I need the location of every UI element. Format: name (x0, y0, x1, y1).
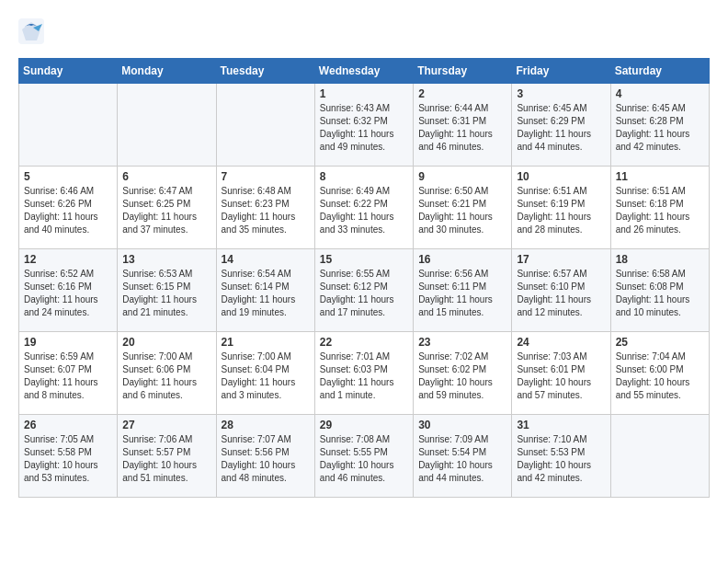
day-number: 28 (222, 419, 310, 431)
weekday-header-tuesday: Tuesday (216, 59, 314, 84)
day-number: 15 (320, 253, 408, 266)
calendar-day-cell: 12Sunrise: 6:52 AM Sunset: 6:16 PM Dayli… (19, 249, 118, 332)
calendar-day-cell: 9Sunrise: 6:50 AM Sunset: 6:21 PM Daylig… (414, 167, 512, 249)
weekday-header-thursday: Thursday (414, 59, 512, 84)
day-number: 2 (418, 87, 506, 100)
calendar-day-cell: 6Sunrise: 6:47 AM Sunset: 6:25 PM Daylig… (118, 167, 216, 249)
calendar-day-cell: 1Sunrise: 6:43 AM Sunset: 6:32 PM Daylig… (314, 84, 413, 167)
day-number: 17 (517, 253, 605, 266)
day-number: 29 (320, 419, 408, 431)
calendar-day-cell: 11Sunrise: 6:51 AM Sunset: 6:18 PM Dayli… (610, 167, 709, 249)
day-number: 23 (418, 336, 506, 349)
calendar-week-row: 5Sunrise: 6:46 AM Sunset: 6:26 PM Daylig… (19, 167, 710, 249)
day-number: 19 (24, 336, 112, 349)
calendar-day-cell: 30Sunrise: 7:09 AM Sunset: 5:54 PM Dayli… (414, 415, 512, 498)
day-number: 26 (24, 419, 112, 431)
calendar-week-row: 26Sunrise: 7:05 AM Sunset: 5:58 PM Dayli… (19, 415, 710, 498)
day-number: 5 (24, 170, 112, 183)
weekday-header-row: SundayMondayTuesdayWednesdayThursdayFrid… (19, 59, 710, 84)
day-info: Sunrise: 6:56 AM Sunset: 6:11 PM Dayligh… (418, 268, 506, 319)
day-number: 4 (616, 87, 704, 100)
calendar-day-cell: 13Sunrise: 6:53 AM Sunset: 6:15 PM Dayli… (118, 249, 216, 332)
day-number: 18 (616, 253, 704, 266)
weekday-header-wednesday: Wednesday (314, 59, 413, 84)
day-info: Sunrise: 7:01 AM Sunset: 6:03 PM Dayligh… (320, 350, 408, 402)
calendar-day-cell: 4Sunrise: 6:45 AM Sunset: 6:28 PM Daylig… (610, 84, 709, 167)
day-number: 31 (517, 419, 605, 431)
day-number: 14 (222, 253, 310, 266)
calendar-day-cell: 25Sunrise: 7:04 AM Sunset: 6:00 PM Dayli… (610, 332, 709, 415)
day-number: 20 (122, 336, 210, 349)
calendar-day-cell: 5Sunrise: 6:46 AM Sunset: 6:26 PM Daylig… (19, 167, 118, 249)
calendar-day-cell: 19Sunrise: 6:59 AM Sunset: 6:07 PM Dayli… (19, 332, 118, 415)
day-info: Sunrise: 7:02 AM Sunset: 6:02 PM Dayligh… (418, 350, 506, 402)
day-info: Sunrise: 7:10 AM Sunset: 5:53 PM Dayligh… (517, 433, 605, 485)
day-number: 25 (616, 336, 704, 349)
day-number: 1 (320, 87, 408, 100)
day-number: 21 (222, 336, 310, 349)
day-number: 30 (418, 419, 506, 431)
day-info: Sunrise: 7:05 AM Sunset: 5:58 PM Dayligh… (24, 433, 112, 485)
calendar-day-cell: 3Sunrise: 6:45 AM Sunset: 6:29 PM Daylig… (512, 84, 610, 167)
day-info: Sunrise: 6:46 AM Sunset: 6:26 PM Dayligh… (24, 185, 112, 236)
calendar-day-cell: 29Sunrise: 7:08 AM Sunset: 5:55 PM Dayli… (314, 415, 413, 498)
calendar-day-cell: 23Sunrise: 7:02 AM Sunset: 6:02 PM Dayli… (414, 332, 512, 415)
day-info: Sunrise: 6:51 AM Sunset: 6:19 PM Dayligh… (517, 185, 605, 236)
day-info: Sunrise: 7:00 AM Sunset: 6:04 PM Dayligh… (222, 350, 310, 402)
calendar-empty-cell (19, 84, 118, 167)
calendar-day-cell: 15Sunrise: 6:55 AM Sunset: 6:12 PM Dayli… (314, 249, 413, 332)
day-number: 12 (24, 253, 112, 266)
day-info: Sunrise: 6:53 AM Sunset: 6:15 PM Dayligh… (122, 268, 210, 319)
calendar-week-row: 12Sunrise: 6:52 AM Sunset: 6:16 PM Dayli… (19, 249, 710, 332)
day-info: Sunrise: 6:59 AM Sunset: 6:07 PM Dayligh… (24, 350, 112, 402)
day-info: Sunrise: 6:49 AM Sunset: 6:22 PM Dayligh… (320, 185, 408, 236)
calendar-week-row: 19Sunrise: 6:59 AM Sunset: 6:07 PM Dayli… (19, 332, 710, 415)
day-number: 3 (517, 87, 605, 100)
day-info: Sunrise: 6:43 AM Sunset: 6:32 PM Dayligh… (320, 102, 408, 154)
day-info: Sunrise: 6:55 AM Sunset: 6:12 PM Dayligh… (320, 268, 408, 319)
day-number: 11 (616, 170, 704, 183)
day-number: 9 (418, 170, 506, 183)
day-info: Sunrise: 7:03 AM Sunset: 6:01 PM Dayligh… (517, 350, 605, 402)
day-number: 24 (517, 336, 605, 349)
day-info: Sunrise: 6:44 AM Sunset: 6:31 PM Dayligh… (418, 102, 506, 154)
calendar-empty-cell (610, 415, 709, 498)
calendar-day-cell: 8Sunrise: 6:49 AM Sunset: 6:22 PM Daylig… (314, 167, 413, 249)
day-info: Sunrise: 7:06 AM Sunset: 5:57 PM Dayligh… (122, 433, 210, 485)
day-number: 8 (320, 170, 408, 183)
logo-icon (18, 18, 44, 44)
calendar-day-cell: 21Sunrise: 7:00 AM Sunset: 6:04 PM Dayli… (216, 332, 314, 415)
day-info: Sunrise: 6:51 AM Sunset: 6:18 PM Dayligh… (616, 185, 704, 236)
day-info: Sunrise: 7:08 AM Sunset: 5:55 PM Dayligh… (320, 433, 408, 485)
calendar-day-cell: 7Sunrise: 6:48 AM Sunset: 6:23 PM Daylig… (216, 167, 314, 249)
weekday-header-friday: Friday (512, 59, 610, 84)
day-number: 27 (122, 419, 210, 431)
day-info: Sunrise: 6:47 AM Sunset: 6:25 PM Dayligh… (122, 185, 210, 236)
logo (18, 18, 46, 44)
calendar-day-cell: 20Sunrise: 7:00 AM Sunset: 6:06 PM Dayli… (118, 332, 216, 415)
day-info: Sunrise: 7:00 AM Sunset: 6:06 PM Dayligh… (122, 350, 210, 402)
calendar-day-cell: 27Sunrise: 7:06 AM Sunset: 5:57 PM Dayli… (118, 415, 216, 498)
calendar-day-cell: 10Sunrise: 6:51 AM Sunset: 6:19 PM Dayli… (512, 167, 610, 249)
day-number: 10 (517, 170, 605, 183)
calendar-day-cell: 17Sunrise: 6:57 AM Sunset: 6:10 PM Dayli… (512, 249, 610, 332)
page-header (18, 18, 710, 44)
weekday-header-sunday: Sunday (19, 59, 118, 84)
calendar-day-cell: 26Sunrise: 7:05 AM Sunset: 5:58 PM Dayli… (19, 415, 118, 498)
calendar-day-cell: 14Sunrise: 6:54 AM Sunset: 6:14 PM Dayli… (216, 249, 314, 332)
calendar-day-cell: 24Sunrise: 7:03 AM Sunset: 6:01 PM Dayli… (512, 332, 610, 415)
day-info: Sunrise: 6:48 AM Sunset: 6:23 PM Dayligh… (222, 185, 310, 236)
day-number: 13 (122, 253, 210, 266)
calendar-day-cell: 2Sunrise: 6:44 AM Sunset: 6:31 PM Daylig… (414, 84, 512, 167)
calendar-day-cell: 16Sunrise: 6:56 AM Sunset: 6:11 PM Dayli… (414, 249, 512, 332)
day-info: Sunrise: 6:54 AM Sunset: 6:14 PM Dayligh… (222, 268, 310, 319)
calendar-empty-cell (118, 84, 216, 167)
calendar-day-cell: 18Sunrise: 6:58 AM Sunset: 6:08 PM Dayli… (610, 249, 709, 332)
day-number: 16 (418, 253, 506, 266)
calendar-day-cell: 28Sunrise: 7:07 AM Sunset: 5:56 PM Dayli… (216, 415, 314, 498)
day-info: Sunrise: 7:04 AM Sunset: 6:00 PM Dayligh… (616, 350, 704, 402)
day-number: 6 (122, 170, 210, 183)
day-info: Sunrise: 6:50 AM Sunset: 6:21 PM Dayligh… (418, 185, 506, 236)
calendar-day-cell: 31Sunrise: 7:10 AM Sunset: 5:53 PM Dayli… (512, 415, 610, 498)
calendar-week-row: 1Sunrise: 6:43 AM Sunset: 6:32 PM Daylig… (19, 84, 710, 167)
